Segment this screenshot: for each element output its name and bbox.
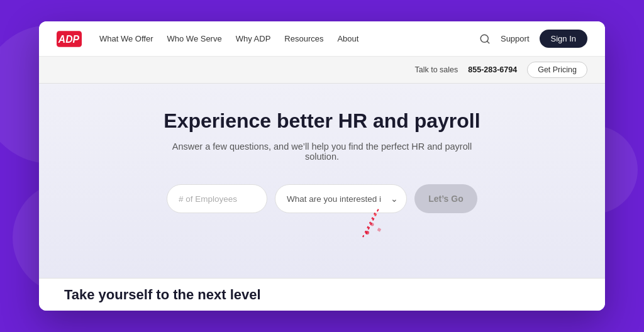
phone-number: 855-283-6794 <box>468 65 517 74</box>
nav-about[interactable]: About <box>337 34 358 43</box>
nav-who-we-serve[interactable]: Who We Serve <box>167 34 222 43</box>
lets-go-button[interactable]: Let’s Go <box>414 184 477 213</box>
bottom-peek: Take yourself to the next level <box>39 278 605 311</box>
svg-point-7 <box>374 214 377 216</box>
hero-form: What are you interested in? Payroll HR T… <box>167 184 477 213</box>
svg-point-6 <box>365 231 369 235</box>
support-link[interactable]: Support <box>501 34 530 43</box>
top-bar: Talk to sales 855-283-6794 Get Pricing <box>39 57 605 84</box>
svg-text:ADP: ADP <box>58 34 80 45</box>
hero-title: Experience better HR and payroll <box>164 109 480 133</box>
interest-select-wrapper: What are you interested in? Payroll HR T… <box>275 184 407 213</box>
hero-section: Experience better HR and payroll Answer … <box>39 84 605 278</box>
logo-wrapper: ADP <box>57 30 82 48</box>
hero-subtitle: Answer a few questions, and we’ll help y… <box>171 141 473 162</box>
nav-right: Support Sign In <box>479 30 587 48</box>
employees-input[interactable] <box>167 184 267 213</box>
svg-line-5 <box>363 212 375 237</box>
nav-why-adp[interactable]: Why ADP <box>236 34 271 43</box>
nav-links: What We Offer Who We Serve Why ADP Resou… <box>99 34 479 43</box>
svg-line-3 <box>487 41 489 43</box>
nav-what-we-offer[interactable]: What We Offer <box>99 34 153 43</box>
adp-logo: ADP <box>57 30 82 48</box>
main-card: ADP What We Offer Who We Serve Why ADP R… <box>39 21 605 311</box>
bottom-peek-text: Take yourself to the next level <box>64 287 261 303</box>
get-pricing-button[interactable]: Get Pricing <box>527 62 587 78</box>
search-icon <box>479 33 491 45</box>
signin-button[interactable]: Sign In <box>540 30 587 48</box>
search-button[interactable] <box>479 33 491 45</box>
talk-to-sales-label: Talk to sales <box>415 65 458 74</box>
navbar: ADP What We Offer Who We Serve Why ADP R… <box>39 21 605 57</box>
interest-select[interactable]: What are you interested in? Payroll HR T… <box>275 184 407 213</box>
nav-resources[interactable]: Resources <box>284 34 323 43</box>
svg-point-8 <box>371 223 374 226</box>
svg-rect-9 <box>377 228 382 232</box>
